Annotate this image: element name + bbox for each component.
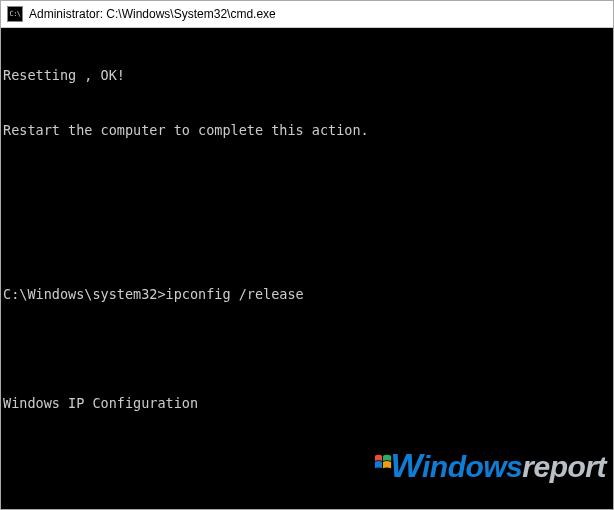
terminal-line: Restart the computer to complete this ac… [3, 121, 611, 139]
cmd-window: C:\ Administrator: C:\Windows\System32\c… [0, 0, 614, 510]
terminal-line [3, 449, 611, 467]
terminal-line [3, 230, 611, 248]
terminal-line [3, 340, 611, 358]
titlebar[interactable]: C:\ Administrator: C:\Windows\System32\c… [1, 1, 613, 28]
terminal-line: Windows IP Configuration [3, 394, 611, 412]
terminal-line [3, 504, 611, 509]
terminal-line [3, 176, 611, 194]
cmd-icon: C:\ [7, 6, 23, 22]
window-title: Administrator: C:\Windows\System32\cmd.e… [29, 7, 276, 21]
terminal-line: Resetting , OK! [3, 66, 611, 84]
terminal-line: C:\Windows\system32>ipconfig /release [3, 285, 611, 303]
terminal-output[interactable]: Resetting , OK! Restart the computer to … [1, 28, 613, 509]
